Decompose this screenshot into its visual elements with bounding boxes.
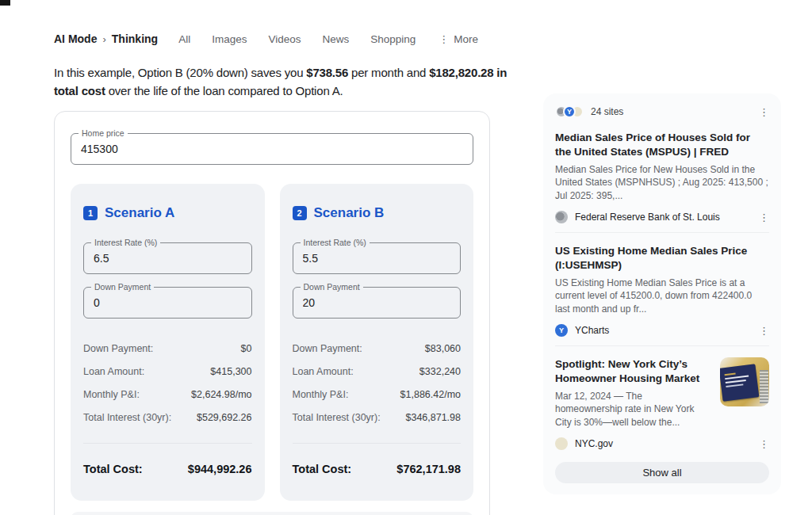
result-row: Total Interest (30yr): $346,871.98 (293, 412, 462, 423)
breadcrumb-ai-mode[interactable]: AI Mode (54, 32, 97, 45)
tab-news[interactable]: News (322, 33, 349, 45)
more-vertical-icon[interactable]: ⋮ (759, 325, 769, 337)
result-value: $83,060 (425, 343, 461, 354)
source-name[interactable]: Federal Reserve Bank of St. Louis (575, 212, 720, 223)
article-thumbnail[interactable] (720, 357, 769, 406)
sites-count[interactable]: 24 sites (591, 106, 623, 117)
result-row: Down Payment: $83,060 (293, 343, 462, 354)
result-value: $346,871.98 (405, 412, 461, 423)
result-value: $415,300 (210, 366, 251, 377)
tab-images[interactable]: Images (212, 33, 247, 45)
scenario-a-number-badge: 1 (83, 206, 98, 220)
search-nav: AI Mode › Thinking All Images Videos New… (54, 32, 478, 45)
scenario-b-header: 2 Scenario B (293, 205, 462, 221)
fed-favicon (555, 211, 568, 223)
more-vertical-icon[interactable]: ⋮ (759, 106, 769, 118)
clipped-next-section (71, 512, 473, 515)
result-label: Monthly P&I: (293, 389, 349, 400)
search-tabs: All Images Videos News Shopping (178, 33, 416, 45)
source-item[interactable]: Median Sales Price of Houses Sold for th… (555, 131, 769, 233)
tab-videos[interactable]: Videos (268, 33, 301, 45)
total-cost-value: $762,171.98 (396, 463, 461, 475)
ycharts-favicon (555, 324, 568, 337)
source-snippet: Mar 12, 2024 — The homeownership rate in… (555, 390, 710, 429)
source-item[interactable]: Spotlight: New York City’s Homeowner Hou… (555, 346, 769, 450)
result-value: $1,886.42/mo (400, 389, 461, 400)
interest-rate-label: Interest Rate (%) (301, 238, 370, 248)
source-attribution-row: NYC.gov ⋮ (555, 437, 769, 450)
home-price-input[interactable] (71, 134, 473, 164)
scenario-b-results: Down Payment: $83,060 Loan Amount: $332,… (293, 343, 462, 475)
summary-segment: over the life of the loan compared to Op… (105, 84, 343, 97)
scenario-a-interest-input[interactable] (84, 243, 251, 273)
thumbnail-building-strip (760, 370, 768, 403)
more-vertical-icon[interactable]: ⋮ (759, 438, 769, 450)
divider (555, 232, 769, 233)
more-vertical-icon: ⋮ (439, 33, 449, 45)
source-name[interactable]: YCharts (575, 325, 609, 336)
scenario-a-header: 1 Scenario A (83, 205, 252, 221)
more-vertical-icon[interactable]: ⋮ (759, 212, 769, 223)
result-label: Loan Amount: (83, 366, 144, 377)
scenario-b-down-payment-field: Down Payment (293, 287, 462, 319)
result-label: Total Interest (30yr): (83, 412, 171, 423)
more-tab[interactable]: ⋮ More (439, 33, 478, 45)
result-value: $529,692.26 (197, 412, 252, 423)
breadcrumb-thinking[interactable]: Thinking (112, 32, 158, 45)
result-row: Monthly P&I: $1,886.42/mo (293, 389, 462, 400)
scenario-b-interest-field: Interest Rate (%) (293, 242, 462, 274)
chevron-right-icon: › (102, 33, 105, 45)
source-item-text: Spotlight: New York City’s Homeowner Hou… (555, 346, 710, 429)
source-snippet: Median Sales Price for New Houses Sold i… (555, 163, 769, 203)
show-all-button[interactable]: Show all (555, 462, 769, 483)
result-row: Loan Amount: $332,240 (293, 366, 462, 377)
scenario-a-interest-field: Interest Rate (%) (83, 242, 252, 274)
scenario-b-title: Scenario B (314, 205, 385, 221)
result-label: Monthly P&I: (83, 389, 140, 400)
source-title[interactable]: US Existing Home Median Sales Price (I:U… (555, 244, 769, 273)
scenario-b-card: 2 Scenario B Interest Rate (%) Down Paym… (280, 184, 474, 501)
result-row: Total Interest (30yr): $529,692.26 (83, 412, 252, 423)
source-item-body: Spotlight: New York City’s Homeowner Hou… (555, 346, 769, 429)
scenario-b-total-cost-row: Total Cost: $762,171.98 (293, 443, 462, 475)
sources-header: 24 sites ⋮ (555, 104, 769, 120)
sources-panel: 24 sites ⋮ Median Sales Price of Houses … (543, 93, 781, 494)
result-label: Loan Amount: (293, 366, 354, 377)
nyc-gov-favicon (555, 437, 568, 450)
source-title[interactable]: Spotlight: New York City’s Homeowner Hou… (555, 357, 710, 386)
source-item[interactable]: US Existing Home Median Sales Price (I:U… (555, 244, 769, 346)
source-attribution-row: Federal Reserve Bank of St. Louis ⋮ (555, 211, 769, 223)
result-value: $332,240 (419, 366, 461, 377)
mortgage-calculator-card: Home price 1 Scenario A Interest Rate (%… (54, 111, 490, 515)
scenario-a-card: 1 Scenario A Interest Rate (%) Down Paym… (71, 184, 265, 501)
ycharts-favicon (563, 105, 576, 118)
scenario-b-down-payment-input[interactable] (293, 288, 461, 318)
tab-shopping[interactable]: Shopping (370, 33, 416, 45)
source-name[interactable]: NYC.gov (575, 438, 613, 449)
scenario-b-number-badge: 2 (293, 206, 307, 220)
total-cost-value: $944,992.26 (188, 463, 252, 475)
tab-all[interactable]: All (178, 33, 190, 45)
result-row: Monthly P&I: $2,624.98/mo (83, 389, 252, 400)
screen-corner-artifact (0, 0, 10, 6)
total-cost-label: Total Cost: (83, 463, 143, 475)
ai-summary-text: In this example, Option B (20% down) sav… (54, 63, 512, 101)
scenario-a-total-cost-row: Total Cost: $944,992.26 (83, 443, 252, 475)
scenario-a-down-payment-input[interactable] (84, 288, 251, 318)
down-payment-label: Down Payment (301, 282, 363, 292)
home-price-label: Home price (79, 128, 128, 139)
thumbnail-report-cover (720, 364, 759, 401)
source-snippet: US Existing Home Median Sales Price is a… (555, 277, 769, 316)
total-cost-label: Total Cost: (293, 463, 352, 475)
result-label: Down Payment: (83, 343, 153, 354)
result-row: Loan Amount: $415,300 (83, 366, 252, 377)
result-value: $0 (241, 343, 252, 354)
result-label: Total Interest (30yr): (293, 412, 381, 423)
scenario-a-down-payment-field: Down Payment (83, 287, 252, 319)
source-title[interactable]: Median Sales Price of Houses Sold for th… (555, 131, 769, 159)
scenarios-row: 1 Scenario A Interest Rate (%) Down Paym… (71, 184, 473, 501)
scenario-a-results: Down Payment: $0 Loan Amount: $415,300 M… (83, 343, 252, 475)
scenario-b-interest-input[interactable] (293, 243, 461, 273)
result-label: Down Payment: (293, 343, 362, 354)
down-payment-label: Down Payment (91, 282, 154, 292)
